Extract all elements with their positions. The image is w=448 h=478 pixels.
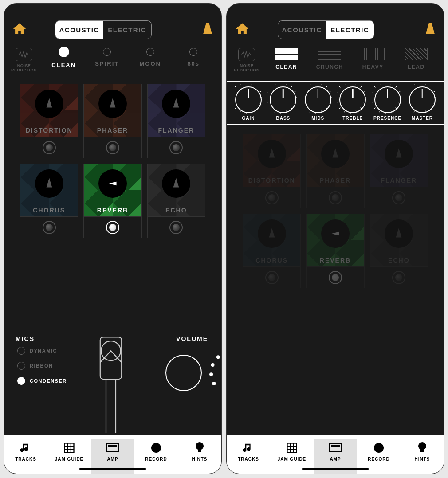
metronome-icon[interactable] [202, 22, 213, 37]
pedal-knob[interactable] [98, 169, 127, 198]
music-note-icon [227, 441, 270, 455]
pedal-knob[interactable] [385, 140, 413, 168]
amp-tab-heavy[interactable]: HEAVY [351, 48, 395, 70]
mic-picker: MICS DYNAMIC RIBBON CONDENSER [16, 335, 82, 392]
stomp-switch[interactable] [169, 221, 183, 234]
pedal-echo[interactable]: ECHO [370, 214, 428, 288]
mic-option-dynamic[interactable]: DYNAMIC [17, 347, 82, 355]
pedal-echo[interactable]: ECHO [147, 164, 205, 238]
svg-line-86 [395, 86, 397, 88]
tab-tracks[interactable]: TRACKS [227, 439, 270, 474]
metronome-icon[interactable] [424, 22, 436, 37]
stomp-switch[interactable] [392, 271, 405, 284]
stomp-switch[interactable] [43, 221, 56, 234]
amp-knob-gain[interactable]: GAIN [231, 86, 266, 121]
pedal-distortion[interactable]: DISTORTION [20, 84, 78, 158]
pedal-phaser[interactable]: PHASER [306, 134, 364, 208]
home-icon[interactable] [235, 21, 250, 38]
svg-line-50 [270, 86, 271, 88]
pedal-label: REVERB [84, 207, 141, 214]
pedal-flanger[interactable]: FLANGER [147, 84, 205, 158]
pedal-phaser[interactable]: PHASER [83, 84, 141, 158]
svg-line-94 [374, 108, 375, 109]
segment-acoustic[interactable]: ACOUSTIC [278, 21, 326, 39]
svg-line-29 [240, 111, 241, 113]
segment-electric[interactable]: ELECTRIC [103, 21, 151, 39]
pedal-flanger[interactable]: FLANGER [370, 134, 428, 208]
svg-line-114 [409, 86, 410, 88]
mics-title: MICS [16, 335, 82, 342]
pedal-label: DISTORTION [20, 127, 78, 134]
pedal-knob[interactable] [321, 219, 350, 248]
pedal-knob[interactable] [162, 169, 190, 198]
segment-acoustic[interactable]: ACOUSTIC [55, 21, 103, 39]
noise-reduction-button[interactable]: NOISE REDUCTION [231, 48, 262, 72]
pedal-label: PHASER [307, 177, 364, 184]
pedal-knob[interactable] [35, 169, 63, 198]
stomp-switch[interactable] [106, 141, 119, 154]
noise-reduction-button[interactable]: NOISE REDUCTION [8, 48, 39, 72]
stomp-switch[interactable] [329, 271, 342, 284]
pedal-chorus[interactable]: CHORUS [20, 164, 78, 238]
svg-line-74 [361, 108, 362, 109]
stomp-switch[interactable] [169, 141, 183, 154]
svg-line-98 [374, 86, 375, 88]
svg-line-57 [329, 103, 330, 104]
svg-line-75 [356, 111, 357, 113]
pedal-knob[interactable] [258, 140, 286, 168]
stomp-switch[interactable] [265, 271, 279, 284]
svg-line-39 [294, 91, 296, 92]
amp-tab-crunch[interactable]: CRUNCH [308, 48, 352, 70]
svg-line-110 [409, 108, 410, 109]
svg-line-102 [430, 86, 432, 88]
amp-knob-bass[interactable]: BASS [266, 86, 300, 121]
stomp-switch[interactable] [106, 221, 119, 234]
step-clean[interactable]: CLEAN [42, 48, 86, 68]
amp-tab-clean[interactable]: CLEAN [265, 48, 308, 70]
pedal-reverb[interactable]: REVERB [83, 164, 141, 238]
pedal-knob[interactable] [98, 90, 127, 118]
pedal-knob[interactable] [385, 219, 413, 248]
svg-point-17 [151, 443, 161, 453]
svg-line-30 [235, 108, 236, 109]
stomp-switch[interactable] [392, 191, 405, 204]
pedal-reverb[interactable]: REVERB [306, 214, 364, 288]
tab-hints[interactable]: HINTS [178, 439, 221, 474]
stomp-switch[interactable] [265, 191, 279, 204]
pedal-label: ECHO [148, 207, 205, 214]
stomp-switch[interactable] [43, 141, 56, 154]
volume-control[interactable]: VOLUME [140, 335, 210, 397]
mic-option-condenser[interactable]: CONDENSER [17, 377, 82, 385]
amp-knob-master[interactable]: MASTER [405, 86, 440, 121]
pedal-knob[interactable] [162, 90, 190, 118]
stomp-switch[interactable] [329, 191, 342, 204]
step-moon[interactable]: MOON [129, 48, 172, 67]
svg-line-109 [414, 111, 415, 113]
pedal-knob[interactable] [321, 140, 350, 168]
svg-line-38 [291, 86, 292, 88]
tab-hints[interactable]: HINTS [401, 439, 444, 474]
svg-line-107 [425, 111, 426, 113]
svg-line-23 [259, 91, 261, 92]
amp-knob-mids[interactable]: MIDS [301, 86, 335, 121]
amp-knob-presence[interactable]: PRESENCE [370, 86, 405, 121]
amp-knob-treble[interactable]: TREBLE [335, 86, 370, 121]
header: ACOUSTIC ELECTRIC [4, 17, 221, 45]
amp-tab-lead[interactable]: LEAD [395, 48, 438, 70]
svg-line-73 [364, 103, 365, 104]
volume-knob[interactable] [159, 349, 208, 397]
svg-line-71 [364, 91, 365, 92]
tab-tracks[interactable]: TRACKS [4, 439, 47, 474]
step-80s[interactable]: 80s [172, 48, 216, 67]
step-spirit[interactable]: SPIRIT [86, 48, 129, 67]
pedal-label: ECHO [370, 257, 428, 264]
segment-electric[interactable]: ELECTRIC [326, 21, 374, 39]
pedal-knob[interactable] [258, 219, 286, 248]
pedal-distortion[interactable]: DISTORTION [243, 134, 301, 208]
home-icon[interactable] [12, 21, 27, 38]
mic-option-ribbon[interactable]: RIBBON [17, 362, 82, 370]
pedal-chorus[interactable]: CHORUS [243, 214, 301, 288]
svg-line-43 [287, 111, 287, 113]
pedal-label: CHORUS [20, 207, 78, 214]
pedal-knob[interactable] [35, 90, 63, 118]
